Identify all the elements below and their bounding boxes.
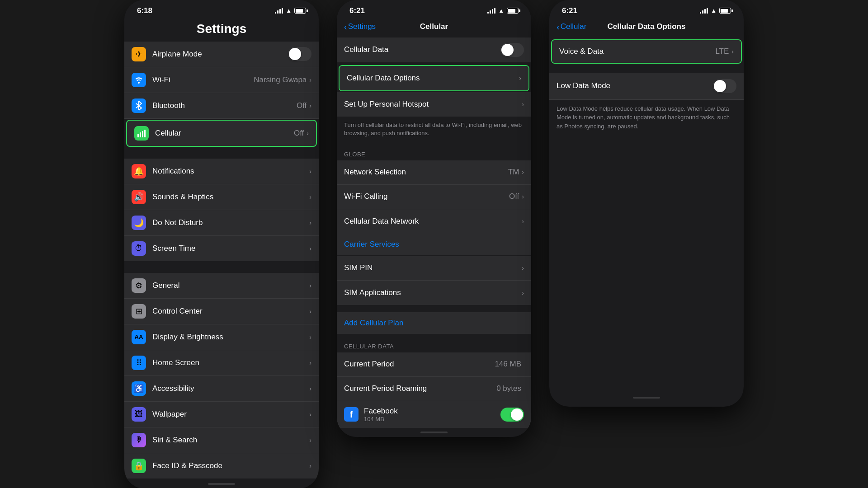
accessibility-label: Accessibility	[152, 384, 309, 393]
row-control-center[interactable]: ⊞ Control Center ›	[124, 299, 319, 324]
separator-1	[124, 148, 319, 159]
wifi-status-icon: ▲	[286, 7, 292, 14]
status-bar-2: 6:21 ▲	[337, 0, 531, 18]
cellular-options-nav-bar: ‹ Cellular Cellular Data Options	[549, 18, 744, 36]
cellular-data-section-header: CELLULAR DATA	[337, 334, 531, 352]
siri-chevron: ›	[309, 436, 311, 444]
cellular-data-network-chevron: ›	[522, 218, 524, 225]
bluetooth-label: Bluetooth	[152, 101, 297, 110]
back-to-settings[interactable]: ‹ Settings	[344, 22, 376, 32]
battery-icon-3	[719, 8, 731, 14]
cellular-data-network-label: Cellular Data Network	[344, 217, 522, 226]
voice-data-label: Voice & Data	[559, 47, 715, 56]
row-accessibility[interactable]: ♿ Accessibility ›	[124, 376, 319, 402]
row-cellular-data-network[interactable]: Cellular Data Network ›	[337, 209, 531, 234]
wallpaper-label: Wallpaper	[152, 410, 309, 419]
row-wifi[interactable]: Wi-Fi Narsing Gwapa ›	[124, 67, 319, 93]
row-cellular-data-options[interactable]: Cellular Data Options ›	[340, 66, 528, 90]
notifications-label: Notifications	[152, 167, 309, 176]
battery-icon	[294, 8, 306, 14]
back-to-cellular[interactable]: ‹ Cellular	[557, 22, 586, 32]
voice-data-value: LTE	[715, 47, 729, 56]
status-icons-3: ▲	[700, 7, 731, 14]
low-data-mode-toggle[interactable]	[713, 79, 736, 93]
row-carrier-services[interactable]: Carrier Services	[337, 234, 531, 255]
home-screen-label: Home Screen	[152, 358, 309, 367]
cellular-data-toggle[interactable]	[500, 43, 524, 57]
row-network-selection[interactable]: Network Selection TM ›	[337, 160, 531, 185]
general-label: General	[152, 281, 309, 290]
low-data-description: Low Data Mode helps reduce cellular data…	[549, 100, 744, 136]
bluetooth-icon	[132, 99, 146, 113]
settings-section-connectivity: ✈ Airplane Mode Wi-Fi Narsing Gwapa ›	[124, 42, 319, 147]
row-cellular-data-toggle[interactable]: Cellular Data	[337, 38, 531, 62]
svg-rect-1	[140, 132, 141, 137]
sim-section: SIM PIN › SIM Applications ›	[337, 256, 531, 305]
cellular-data-section: Cellular Data	[337, 36, 531, 64]
sim-applications-label: SIM Applications	[344, 288, 522, 297]
sounds-chevron: ›	[309, 193, 311, 201]
row-sounds[interactable]: 🔊 Sounds & Haptics ›	[124, 184, 319, 210]
row-facebook[interactable]: f Facebook 104 MB	[337, 401, 531, 428]
control-center-label: Control Center	[152, 307, 309, 316]
signal-icon-2	[487, 8, 495, 14]
wifi-label: Wi-Fi	[152, 75, 254, 84]
wallpaper-chevron: ›	[309, 411, 311, 418]
control-center-icon: ⊞	[132, 304, 146, 319]
wifi-status-icon-2: ▲	[498, 7, 504, 14]
screens-container: 6:18 ▲ Settings ✈ A	[115, 0, 753, 488]
display-chevron: ›	[309, 333, 311, 341]
row-display[interactable]: AA Display & Brightness ›	[124, 324, 319, 350]
row-low-data-mode[interactable]: Low Data Mode	[549, 73, 744, 100]
screen-time-chevron: ›	[309, 245, 311, 252]
facebook-toggle[interactable]	[500, 408, 524, 422]
phone-screen-settings: 6:18 ▲ Settings ✈ A	[124, 0, 319, 488]
voice-data-chevron: ›	[731, 48, 734, 55]
wifi-calling-value: Off	[509, 192, 519, 201]
row-notifications[interactable]: 🔔 Notifications ›	[124, 159, 319, 184]
siri-icon: 🎙	[132, 433, 146, 447]
display-icon: AA	[132, 330, 146, 344]
row-wallpaper[interactable]: 🖼 Wallpaper ›	[124, 402, 319, 427]
row-sim-applications[interactable]: SIM Applications ›	[337, 281, 531, 305]
add-cellular-section: Add Cellular Plan	[337, 312, 531, 334]
airplane-mode-toggle[interactable]	[288, 47, 311, 61]
wifi-chevron: ›	[309, 76, 311, 84]
row-bluetooth[interactable]: Bluetooth Off ›	[124, 93, 319, 119]
row-wifi-calling[interactable]: Wi-Fi Calling Off ›	[337, 185, 531, 209]
svg-rect-0	[137, 134, 139, 137]
sounds-icon: 🔊	[132, 190, 146, 204]
cellular-chevron: ›	[307, 130, 309, 137]
separator-3	[549, 67, 744, 73]
row-personal-hotspot[interactable]: Set Up Personal Hotspot ›	[337, 92, 531, 117]
time-1: 6:18	[137, 6, 152, 15]
facebook-row-content: Facebook 104 MB	[364, 407, 500, 422]
row-add-cellular-plan[interactable]: Add Cellular Plan	[337, 312, 531, 334]
wallpaper-icon: 🖼	[132, 407, 146, 422]
dnd-chevron: ›	[309, 219, 311, 226]
airplane-mode-label: Airplane Mode	[152, 50, 288, 59]
personal-hotspot-section: Set Up Personal Hotspot ›	[337, 92, 531, 117]
row-current-period: Current Period 146 MB	[337, 352, 531, 377]
row-screen-time[interactable]: ⏱ Screen Time ›	[124, 236, 319, 261]
facebook-label: Facebook	[364, 407, 500, 416]
row-airplane-mode[interactable]: ✈ Airplane Mode	[124, 42, 319, 67]
sim-pin-chevron: ›	[522, 264, 524, 272]
carrier-services-label: Carrier Services	[344, 240, 399, 249]
row-voice-data[interactable]: Voice & Data LTE ›	[552, 40, 741, 63]
row-general[interactable]: ⚙ General ›	[124, 273, 319, 299]
row-home-screen[interactable]: ⠿ Home Screen ›	[124, 350, 319, 376]
row-siri[interactable]: 🎙 Siri & Search ›	[124, 427, 319, 453]
faceid-chevron: ›	[309, 462, 311, 469]
cellular-label: Cellular	[155, 129, 294, 138]
row-faceid[interactable]: 🔒 Face ID & Passcode ›	[124, 453, 319, 479]
row-sim-pin[interactable]: SIM PIN ›	[337, 256, 531, 281]
cellular-data-options-label: Cellular Data Options	[347, 74, 519, 83]
bluetooth-chevron: ›	[309, 102, 311, 109]
row-cellular[interactable]: Cellular Off ›	[126, 120, 317, 147]
cellular-icon	[134, 126, 149, 141]
display-label: Display & Brightness	[152, 333, 309, 342]
row-dnd[interactable]: 🌙 Do Not Disturb ›	[124, 210, 319, 236]
separator-2	[124, 262, 319, 273]
settings-section-notifications: 🔔 Notifications › 🔊 Sounds & Haptics › 🌙…	[124, 159, 319, 261]
